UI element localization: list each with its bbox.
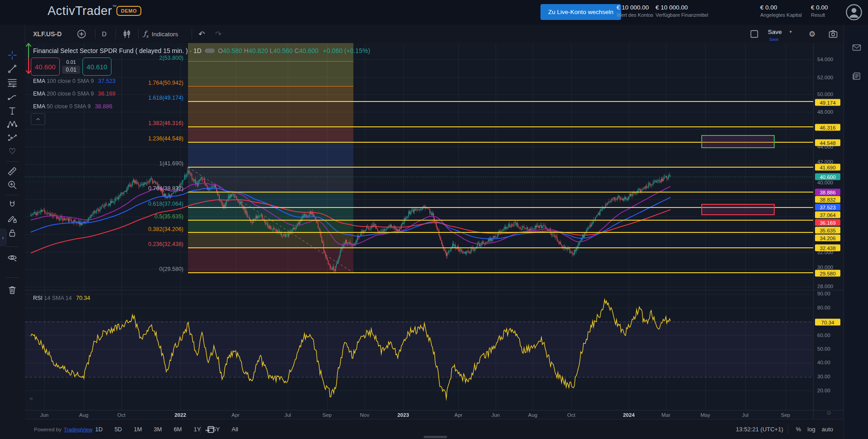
range-button-all[interactable]: All bbox=[228, 424, 241, 434]
price-level-line[interactable] bbox=[188, 272, 813, 273]
price-axis[interactable]: 54.00052.00050.00048.00044.00042.00040.0… bbox=[813, 43, 844, 419]
save-menu-caret[interactable]: ▾ bbox=[790, 23, 792, 41]
ema-legend-row[interactable]: EMA 100 close 0 SMA 9 37.523 bbox=[33, 78, 116, 84]
indicator-params: 200 close 0 SMA 9 bbox=[47, 91, 94, 97]
price-scale-label: 30.000 bbox=[817, 265, 833, 270]
mail-button[interactable] bbox=[849, 41, 864, 54]
user-avatar-icon[interactable] bbox=[845, 4, 863, 21]
ema-legend-row[interactable]: EMA 50 close 0 SMA 9 38.886 bbox=[33, 103, 112, 110]
price-level-line[interactable] bbox=[188, 126, 813, 127]
emoji-heart-tool-button[interactable]: ♡ bbox=[5, 145, 20, 158]
settings-gear-icon[interactable]: ⚙ bbox=[809, 25, 815, 43]
time-axis-label: Mar bbox=[661, 412, 670, 418]
chevron-up-icon bbox=[35, 116, 41, 122]
percent-scale-button[interactable]: % bbox=[793, 424, 805, 434]
account-value-stat: € 10 000.00Wert des Kontos bbox=[617, 4, 653, 18]
range-button-3m[interactable]: 3M bbox=[150, 424, 165, 434]
text-tool-button[interactable] bbox=[5, 104, 20, 118]
crosshair-tool-button[interactable] bbox=[5, 48, 20, 62]
range-button-6m[interactable]: 6M bbox=[170, 424, 185, 434]
time-axis-label: 2024 bbox=[623, 412, 635, 418]
goto-date-button[interactable] bbox=[204, 420, 215, 439]
price-level-line[interactable] bbox=[188, 192, 813, 193]
news-icon bbox=[851, 71, 862, 82]
price-level-line[interactable] bbox=[188, 167, 813, 168]
spread-display: 0.01 0.01 bbox=[60, 59, 82, 74]
expand-watchlist-handle[interactable]: › bbox=[0, 229, 6, 246]
activtrader-app: ActivTrader™ DEMO Zu Live-Konto wechseln… bbox=[0, 0, 868, 439]
layout-select-button[interactable] bbox=[749, 25, 760, 43]
indicator-name: EMA bbox=[33, 91, 45, 97]
range-button-1d[interactable]: 1D bbox=[92, 424, 106, 434]
range-button-1m[interactable]: 1M bbox=[130, 424, 145, 434]
price-badge: 46.316 bbox=[815, 124, 840, 131]
remove-all-drawings-tool-button[interactable] bbox=[5, 283, 20, 297]
lock-all-drawings-icon bbox=[7, 227, 18, 238]
zoom-in-icon bbox=[7, 179, 18, 190]
price-scale-label: 50.000 bbox=[817, 92, 833, 97]
interval-button[interactable]: D bbox=[102, 25, 106, 43]
ruler-tool-button[interactable] bbox=[5, 164, 20, 178]
price-level-line[interactable] bbox=[188, 220, 813, 221]
price-level-line[interactable] bbox=[188, 232, 813, 233]
sell-button[interactable]: 40.600 bbox=[31, 58, 60, 76]
time-axis-label: Sep bbox=[323, 412, 332, 418]
time-axis-label: Nov bbox=[360, 412, 369, 418]
redo-icon[interactable]: ↷ bbox=[215, 25, 222, 43]
indicators-button[interactable]: ƒx Indicators bbox=[144, 25, 178, 43]
time-axis[interactable]: JunAugOct2022AprJulSepNov2023AprJunAugOc… bbox=[25, 410, 844, 420]
hide-all-drawings-tool-button[interactable] bbox=[5, 251, 20, 264]
indicator-params: 100 close 0 SMA 9 bbox=[47, 78, 94, 84]
lock-all-drawings-tool-button[interactable] bbox=[5, 226, 20, 240]
magnet-tool-button[interactable] bbox=[5, 198, 20, 212]
instrument-title[interactable]: Financial Select Sector SPDR Fund ( dela… bbox=[33, 47, 202, 54]
time-axis-label: Apr bbox=[231, 412, 240, 418]
zoom-in-tool-button[interactable] bbox=[5, 178, 20, 192]
switch-to-live-button[interactable]: Zu Live-Konto wechseln bbox=[540, 4, 621, 20]
camera-snapshot-icon[interactable] bbox=[828, 25, 839, 43]
spread-pill: 0.01 bbox=[62, 66, 80, 74]
rsi-legend[interactable]: RSI 14 SMA 14 70.34 bbox=[33, 295, 90, 301]
fib-level-label: 0.5(35.635) bbox=[25, 213, 183, 220]
range-button-5d[interactable]: 5D bbox=[111, 424, 125, 434]
xabcd-pattern-tool-button[interactable] bbox=[5, 117, 20, 131]
pane-divider[interactable] bbox=[25, 290, 844, 290]
pane-settings-icon[interactable]: ☼ bbox=[826, 408, 832, 416]
news-button[interactable] bbox=[849, 69, 864, 83]
trend-line-tool-button[interactable] bbox=[5, 62, 20, 76]
undo-icon[interactable]: ↶ bbox=[198, 25, 205, 43]
demand-zone-box[interactable] bbox=[701, 204, 775, 215]
toolbar-divider bbox=[116, 29, 116, 39]
price-level-line[interactable] bbox=[188, 101, 813, 102]
forecast-tool-button[interactable] bbox=[5, 131, 20, 145]
chart-style-candles-icon[interactable] bbox=[121, 25, 132, 43]
ema-legend-row[interactable]: EMA 200 close 0 SMA 9 36.169 bbox=[33, 91, 116, 97]
scroll-left-icon[interactable]: « bbox=[29, 395, 33, 402]
fib-level-label: 0.618(37.064) bbox=[25, 201, 183, 207]
range-button-1y[interactable]: 1Y bbox=[190, 424, 204, 434]
buy-button[interactable]: 40.610 bbox=[82, 58, 111, 76]
tradingview-link[interactable]: TradingView bbox=[64, 427, 92, 432]
invested-capital-stat: € 0.00Angelegtes Kapital bbox=[760, 4, 802, 18]
auto-scale-button[interactable]: auto bbox=[819, 424, 836, 434]
price-badge: 36.169 bbox=[815, 219, 840, 226]
fib-retracement-tool-button[interactable] bbox=[5, 76, 20, 90]
rsi-value-badge: 70.34 bbox=[815, 319, 840, 326]
symbol-button[interactable]: XLF.US-D bbox=[33, 25, 62, 43]
collapse-legend-button[interactable] bbox=[31, 113, 45, 125]
supply-zone-box[interactable] bbox=[701, 135, 775, 148]
activtrader-logo: ActivTrader™ bbox=[48, 4, 117, 18]
price-badge: 29.580 bbox=[815, 270, 840, 277]
log-scale-button[interactable]: log bbox=[804, 424, 818, 434]
horizontal-scrollbar[interactable] bbox=[424, 436, 447, 438]
drawing-sync-lock-tool-button[interactable] bbox=[5, 212, 20, 226]
text-icon bbox=[7, 106, 18, 116]
clock-label[interactable]: 13:52:21 (UTC+1) bbox=[736, 426, 783, 433]
time-axis-label: May bbox=[700, 412, 710, 418]
price-level-line[interactable] bbox=[188, 247, 813, 248]
toolbar-divider bbox=[6, 246, 19, 247]
price-badge: 34.206 bbox=[815, 235, 840, 241]
compare-add-icon[interactable] bbox=[76, 25, 87, 43]
brush-tool-button[interactable] bbox=[5, 90, 20, 104]
toolbar-divider bbox=[6, 161, 19, 162]
